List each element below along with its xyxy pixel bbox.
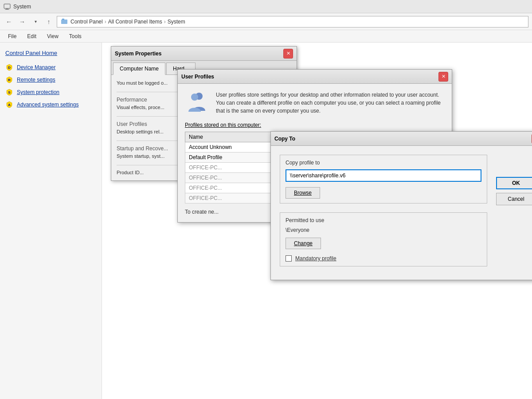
system-props-title: System Properties: [115, 51, 161, 57]
path-item-1: Control Panel: [70, 19, 103, 25]
menu-tools[interactable]: Tools: [65, 31, 86, 41]
svg-rect-0: [4, 4, 10, 8]
menu-view[interactable]: View: [43, 31, 63, 41]
copy-to-body: Copy profile to Browse Permitted to use …: [271, 146, 532, 280]
menu-edit[interactable]: Edit: [23, 31, 41, 41]
profiles-stored-label: Profiles stored on this computer:: [185, 122, 445, 128]
sidebar-item-advanced-settings[interactable]: A Advanced system settings: [5, 101, 96, 109]
change-button[interactable]: Change: [286, 238, 321, 249]
menu-bar: File Edit View Tools: [0, 30, 532, 43]
copy-to-title-text: Copy To: [274, 136, 295, 142]
svg-text:S: S: [8, 90, 11, 94]
permitted-label: Permitted to use: [286, 217, 481, 223]
sidebar-item-remote-settings[interactable]: R Remote settings: [5, 76, 96, 84]
app-icon: [4, 3, 11, 10]
profile-description: User profiles store settings for your de…: [216, 91, 445, 115]
copy-to-dialog: Copy To ✕ Copy profile to Browse Permitt…: [270, 131, 532, 280]
profile-header: User profiles store settings for your de…: [185, 91, 445, 115]
mandatory-checkbox[interactable]: [286, 255, 292, 262]
system-props-close-button[interactable]: ✕: [283, 49, 293, 59]
copy-to-title-bar: Copy To ✕: [271, 132, 532, 146]
history-button[interactable]: ▾: [30, 16, 41, 27]
remote-settings-icon: R: [5, 76, 13, 84]
user-profiles-title-bar: User Profiles ✕: [178, 70, 452, 84]
ok-button[interactable]: OK: [496, 177, 532, 189]
profiles-icon: [185, 91, 210, 112]
sidebar-item-remote-settings-label: Remote settings: [17, 77, 55, 83]
row4-name: OFFICE-PC...: [185, 173, 277, 183]
copy-profile-input[interactable]: [286, 169, 481, 182]
sidebar-item-system-protection-label: System protection: [17, 89, 59, 95]
sidebar-item-device-manager-label: Device Manager: [17, 64, 55, 70]
user-profiles-title-text: User Profiles: [181, 74, 214, 80]
address-bar: ← → ▾ ↑ Control Panel › All Control Pane…: [0, 13, 532, 30]
address-path: Control Panel › All Control Panel Items …: [57, 16, 528, 27]
title-bar-text: System: [13, 4, 31, 10]
svg-rect-1: [6, 8, 8, 9]
main-area: Control Panel Home D Device Manager R Re…: [0, 43, 532, 399]
advanced-settings-icon: A: [5, 101, 13, 109]
svg-rect-3: [61, 20, 67, 24]
row3-name: OFFICE-PC...: [185, 163, 277, 173]
system-protection-icon: S: [5, 88, 13, 96]
svg-point-10: [191, 94, 198, 101]
forward-button[interactable]: →: [17, 16, 27, 27]
svg-rect-2: [5, 9, 9, 10]
col-name[interactable]: Name: [185, 132, 277, 142]
svg-text:R: R: [8, 78, 11, 82]
copy-profile-label: Copy profile to: [286, 160, 481, 166]
path-item-2: All Control Panel Items: [108, 19, 162, 25]
mandatory-row: Mandatory profile: [286, 255, 481, 262]
sidebar-item-advanced-settings-label: Advanced system settings: [17, 102, 78, 108]
sidebar-home-link[interactable]: Control Panel Home: [5, 50, 96, 56]
system-props-title-bar: System Properties ✕: [111, 47, 297, 61]
sidebar: Control Panel Home D Device Manager R Re…: [0, 43, 102, 399]
svg-rect-4: [62, 19, 64, 20]
cancel-button[interactable]: Cancel: [496, 193, 532, 205]
device-manager-icon: D: [5, 63, 13, 71]
row5-name: OFFICE-PC...: [185, 183, 277, 193]
browse-button[interactable]: Browse: [286, 187, 320, 199]
row1-name: Account Unknown: [185, 142, 277, 153]
svg-text:A: A: [8, 103, 11, 107]
sidebar-item-device-manager[interactable]: D Device Manager: [5, 63, 96, 71]
tab-computer-name[interactable]: Computer Name: [113, 63, 165, 75]
copy-profile-section: Copy profile to Browse: [280, 155, 487, 203]
up-button[interactable]: ↑: [43, 16, 54, 27]
user-profiles-close-button[interactable]: ✕: [438, 72, 448, 82]
svg-text:D: D: [8, 66, 11, 70]
row6-name: OFFICE-PC...: [185, 193, 277, 203]
title-bar: System: [0, 0, 532, 13]
permitted-value: \Everyone: [286, 227, 481, 233]
back-button[interactable]: ←: [4, 16, 14, 27]
content-pane: System Properties ✕ Computer Name Hard..…: [102, 43, 532, 399]
permitted-section: Permitted to use \Everyone Change Mandat…: [280, 212, 487, 266]
sidebar-item-system-protection[interactable]: S System protection: [5, 88, 96, 96]
path-item-3: System: [168, 19, 185, 25]
menu-file[interactable]: File: [4, 31, 21, 41]
ok-cancel-buttons: OK Cancel: [496, 177, 532, 205]
row2-name: Default Profile: [185, 153, 277, 163]
mandatory-label: Mandatory profile: [295, 255, 336, 262]
